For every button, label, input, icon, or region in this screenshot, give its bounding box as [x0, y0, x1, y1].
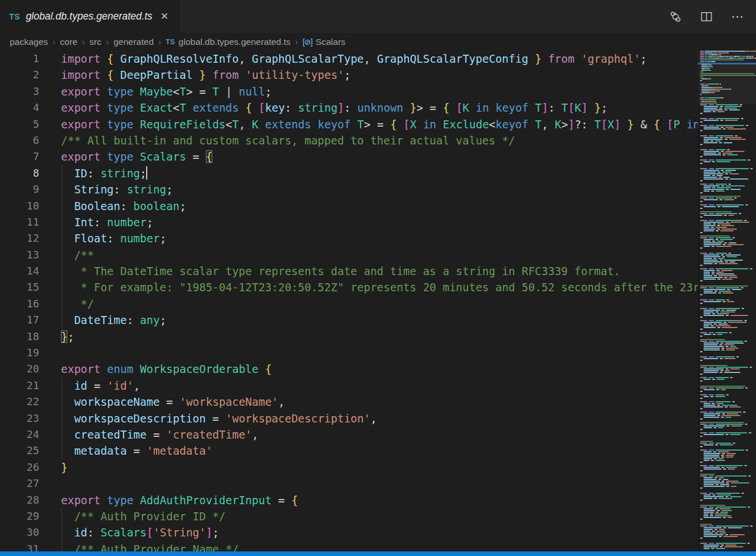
code-line-7[interactable]: export type Scalars = {	[61, 148, 698, 165]
code-line-15[interactable]: * For example: "1985-04-12T23:20:50.52Z"…	[61, 279, 698, 295]
code-line-27[interactable]	[61, 475, 698, 492]
code-line-10[interactable]: Boolean: boolean;	[61, 198, 698, 214]
line-number: 21	[0, 378, 39, 394]
code-area[interactable]: import { GraphQLResolveInfo, GraphQLScal…	[61, 51, 698, 551]
breadcrumb-item-generated[interactable]: generated	[113, 37, 154, 47]
code-line-16[interactable]: */	[61, 296, 698, 312]
breadcrumb-item-core[interactable]: core	[60, 37, 77, 47]
line-number: 5	[0, 116, 39, 132]
code-line-24[interactable]: createdTime = 'createdTime',	[61, 426, 698, 443]
code-line-17[interactable]: DateTime: any;	[61, 312, 698, 328]
split-editor-icon[interactable]	[700, 10, 713, 24]
code-line-5[interactable]: export type RequireFields<T, K extends k…	[61, 116, 698, 132]
line-number: 10	[0, 198, 39, 214]
code-line-25[interactable]: metadata = 'metadata'	[61, 443, 698, 459]
line-number: 14	[0, 263, 39, 279]
code-line-12[interactable]: Float: number;	[61, 230, 698, 246]
line-number: 29	[0, 508, 39, 524]
tab-bar: TS global.db.types.generated.ts ✕ ⋯	[0, 0, 756, 33]
line-number: 27	[0, 475, 39, 492]
line-number: 22	[0, 394, 39, 410]
minimap[interactable]	[698, 51, 756, 551]
code-line-21[interactable]: id = 'id',	[61, 378, 698, 394]
tab-global-db-types-generated[interactable]: TS global.db.types.generated.ts ✕	[0, 0, 180, 33]
editor: 1234567891011121314151617181920212223242…	[0, 51, 756, 551]
code-line-19[interactable]	[61, 345, 698, 361]
code-line-26[interactable]: }	[61, 459, 698, 475]
line-number: 6	[0, 132, 39, 148]
close-icon[interactable]: ✕	[161, 10, 169, 22]
line-number: 11	[0, 214, 39, 230]
line-number: 24	[0, 426, 39, 443]
line-number: 12	[0, 230, 39, 246]
line-number: 18	[0, 329, 39, 345]
more-actions-icon[interactable]: ⋯	[731, 10, 744, 24]
code-line-29[interactable]: /** Auth Provider ID */	[61, 508, 698, 524]
breadcrumb-item-packages[interactable]: packages	[10, 37, 48, 47]
code-line-11[interactable]: Int: number;	[61, 214, 698, 230]
breadcrumb-file-label: global.db.types.generated.ts	[178, 37, 291, 47]
code-line-8[interactable]: ID: string;	[61, 165, 698, 181]
breadcrumb-item-file[interactable]: TS global.db.types.generated.ts	[166, 37, 291, 47]
line-number: 26	[0, 459, 39, 475]
line-number: 16	[0, 296, 39, 312]
chevron-right-icon: ›	[52, 37, 55, 47]
code-line-6[interactable]: /** All built-in and custom scalars, map…	[61, 132, 698, 148]
editor-actions: ⋯	[669, 0, 756, 33]
line-number: 19	[0, 345, 39, 361]
code-line-20[interactable]: export enum WorkspaceOrderable {	[61, 361, 698, 377]
code-line-9[interactable]: String: string;	[61, 181, 698, 197]
breadcrumb-symbol-label: Scalars	[316, 37, 346, 47]
line-number-gutter: 1234567891011121314151617181920212223242…	[0, 51, 39, 551]
breadcrumb-item-scalars[interactable]: [⊘] Scalars	[303, 37, 345, 47]
line-number: 8	[0, 165, 39, 181]
line-number: 20	[0, 361, 39, 377]
code-line-1[interactable]: import { GraphQLResolveInfo, GraphQLScal…	[61, 51, 698, 67]
line-number: 7	[0, 148, 39, 165]
code-line-4[interactable]: export type Exact<T extends { [key: stri…	[61, 100, 698, 116]
minimap-canvas[interactable]	[698, 51, 756, 551]
chevron-right-icon: ›	[158, 37, 161, 47]
chevron-right-icon: ›	[106, 37, 109, 47]
text-cursor	[146, 166, 147, 180]
code-line-28[interactable]: export type AddAuthProviderInput = {	[61, 492, 698, 508]
chevron-right-icon: ›	[295, 37, 298, 47]
symbol-type-icon: [⊘]	[303, 37, 312, 47]
code-line-18[interactable]: };	[61, 329, 698, 345]
line-number: 4	[0, 100, 39, 116]
line-number: 15	[0, 279, 39, 295]
line-number: 23	[0, 410, 39, 426]
code-line-31[interactable]: /** Auth Provider Name */	[61, 541, 698, 551]
code-line-3[interactable]: export type Maybe<T> = T | null;	[61, 83, 698, 100]
code-line-23[interactable]: workspaceDescription = 'workspaceDescrip…	[61, 410, 698, 426]
typescript-icon: TS	[166, 38, 175, 46]
line-number: 3	[0, 83, 39, 100]
line-number: 13	[0, 247, 39, 263]
line-number: 9	[0, 181, 39, 197]
breadcrumb: packages › core › src › generated › TS g…	[0, 33, 756, 51]
open-changes-icon[interactable]	[669, 10, 682, 24]
breadcrumb-item-src[interactable]: src	[90, 37, 102, 47]
code-line-22[interactable]: workspaceName = 'workspaceName',	[61, 394, 698, 410]
chevron-right-icon: ›	[82, 37, 85, 47]
code-line-2[interactable]: import { DeepPartial } from 'utility-typ…	[61, 67, 698, 83]
typescript-icon: TS	[9, 12, 20, 21]
line-number: 17	[0, 312, 39, 328]
line-number: 1	[0, 51, 39, 67]
line-number: 2	[0, 67, 39, 83]
line-number: 25	[0, 443, 39, 459]
status-bar	[0, 551, 756, 556]
code-line-30[interactable]: id: Scalars['String'];	[61, 524, 698, 540]
code-line-14[interactable]: * The DateTime scalar type represents da…	[61, 263, 698, 279]
line-number: 30	[0, 524, 39, 540]
tab-filename: global.db.types.generated.ts	[26, 10, 152, 22]
line-number: 31	[0, 541, 39, 551]
code-line-13[interactable]: /**	[61, 247, 698, 263]
line-number: 28	[0, 492, 39, 508]
